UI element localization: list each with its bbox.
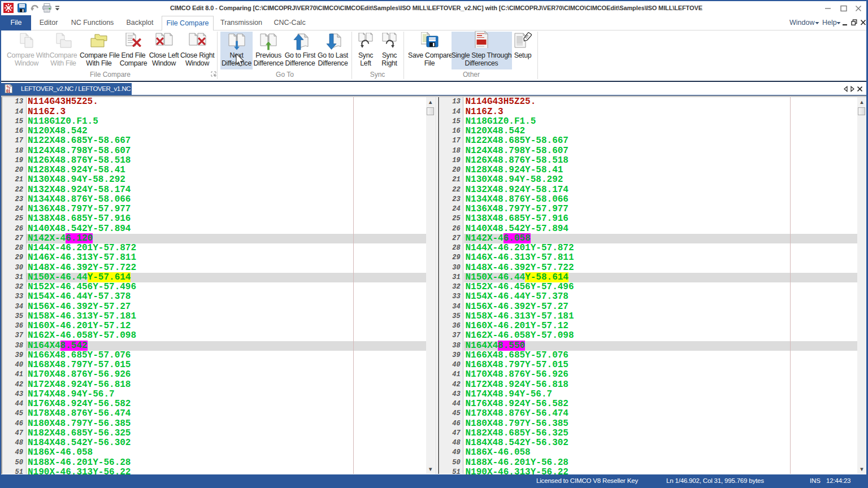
svg-text:01: 01 xyxy=(6,89,11,94)
